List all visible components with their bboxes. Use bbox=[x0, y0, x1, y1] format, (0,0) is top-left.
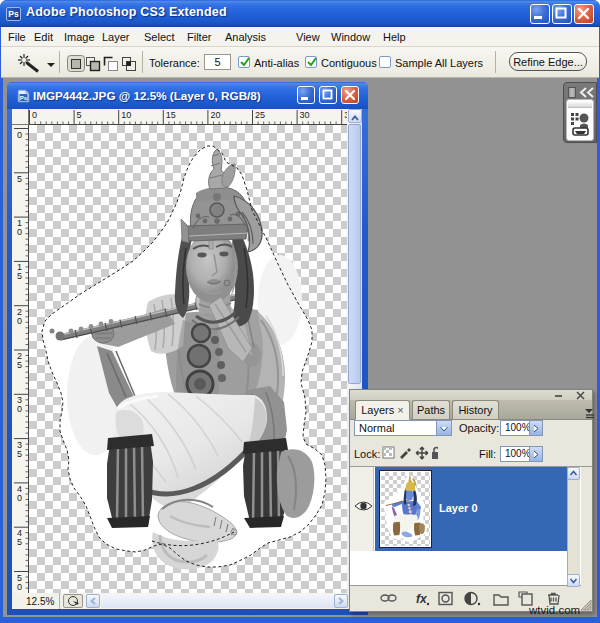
svg-text:fx: fx bbox=[416, 592, 428, 606]
svg-text:10: 10 bbox=[121, 110, 131, 120]
svg-text:0: 0 bbox=[17, 316, 22, 326]
svg-text:5: 5 bbox=[17, 360, 22, 370]
svg-text:5: 5 bbox=[17, 174, 22, 184]
svg-text:0: 0 bbox=[17, 582, 22, 592]
svg-text:0: 0 bbox=[32, 110, 37, 120]
svg-text:15: 15 bbox=[166, 110, 176, 120]
svg-text:30: 30 bbox=[300, 110, 310, 120]
svg-text:0: 0 bbox=[17, 227, 22, 237]
svg-text:5: 5 bbox=[17, 537, 22, 547]
svg-text:0: 0 bbox=[17, 130, 22, 140]
svg-text:25: 25 bbox=[255, 110, 265, 120]
svg-text:35: 35 bbox=[344, 110, 347, 120]
svg-text:Ps: Ps bbox=[20, 95, 28, 101]
svg-text:0: 0 bbox=[17, 493, 22, 503]
svg-text:5: 5 bbox=[17, 271, 22, 281]
svg-text:5: 5 bbox=[17, 449, 22, 459]
svg-text:0: 0 bbox=[17, 404, 22, 414]
svg-text:20: 20 bbox=[210, 110, 220, 120]
svg-text:5: 5 bbox=[77, 110, 82, 120]
